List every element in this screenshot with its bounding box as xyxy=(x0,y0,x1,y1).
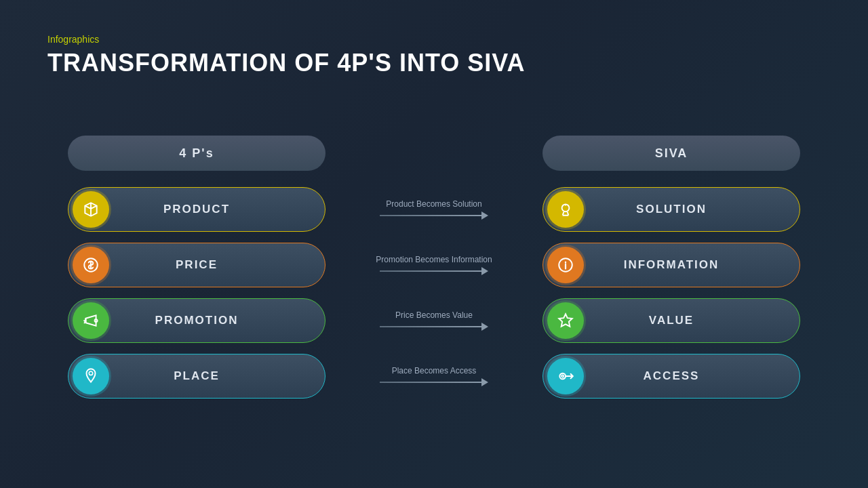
main-content: 4 P's SIVA PRODUCT Product Becomes Solut… xyxy=(68,136,800,399)
arrow-line xyxy=(326,211,542,220)
left-item-promotion: PROMOTION xyxy=(68,298,326,343)
right-item-information: INFORMATION xyxy=(542,243,800,287)
arrow-section: Promotion Becomes Information xyxy=(326,255,542,275)
table-row: PRODUCT Product Becomes Solution SOLUTIO… xyxy=(68,187,800,232)
left-item-price: PRICE xyxy=(68,243,326,287)
header-title: TRANSFORMATION OF 4P's INTO SIVA xyxy=(47,49,526,77)
right-item-access: ACCESS xyxy=(542,354,800,399)
left-header-label: 4 P's xyxy=(179,146,214,161)
information-icon xyxy=(547,247,584,283)
table-row: PLACE Place Becomes Access ACCESS xyxy=(68,354,800,399)
arrow-body xyxy=(380,382,481,383)
table-row: PROMOTION Price Becomes Value VALUE xyxy=(68,298,800,343)
column-headers: 4 P's SIVA xyxy=(68,136,800,171)
arrow-label: Promotion Becomes Information xyxy=(376,255,492,264)
header-label: Infographics xyxy=(47,34,526,45)
value-icon xyxy=(547,302,584,339)
left-item-product: PRODUCT xyxy=(68,187,326,232)
product-icon xyxy=(73,191,109,228)
arrow-head xyxy=(481,211,488,220)
arrow-line xyxy=(326,267,542,275)
arrow-section: Product Becomes Solution xyxy=(326,199,542,220)
arrow-body xyxy=(380,326,481,327)
arrow-section: Price Becomes Value xyxy=(326,310,542,331)
right-item-solution: SOLUTION xyxy=(542,187,800,232)
arrow-label: Place Becomes Access xyxy=(392,366,477,375)
arrow-section: Place Becomes Access xyxy=(326,366,542,386)
arrow-head xyxy=(481,323,488,331)
place-icon xyxy=(73,358,109,394)
arrow-line xyxy=(326,323,542,331)
header: Infographics TRANSFORMATION OF 4P's INTO… xyxy=(47,34,526,77)
svg-point-5 xyxy=(559,373,566,380)
access-icon xyxy=(547,358,584,394)
right-item-value: VALUE xyxy=(542,298,800,343)
arrow-head xyxy=(481,378,488,386)
right-header-label: SIVA xyxy=(655,146,688,161)
right-column-header: SIVA xyxy=(542,136,800,171)
arrow-label: Price Becomes Value xyxy=(395,310,473,320)
arrow-line xyxy=(326,378,542,386)
svg-point-4 xyxy=(89,371,92,375)
promotion-icon xyxy=(73,302,109,339)
arrow-head xyxy=(481,267,488,275)
left-item-place: PLACE xyxy=(68,354,326,399)
solution-icon xyxy=(547,191,584,228)
table-row: PRICE Promotion Becomes Information INFO… xyxy=(68,243,800,287)
rows-container: PRODUCT Product Becomes Solution SOLUTIO… xyxy=(68,187,800,399)
arrow-label: Product Becomes Solution xyxy=(386,199,481,209)
arrow-body xyxy=(380,270,481,272)
svg-point-6 xyxy=(561,375,564,377)
price-icon xyxy=(73,247,109,283)
left-column-header: 4 P's xyxy=(68,136,326,171)
arrow-body xyxy=(380,215,481,216)
